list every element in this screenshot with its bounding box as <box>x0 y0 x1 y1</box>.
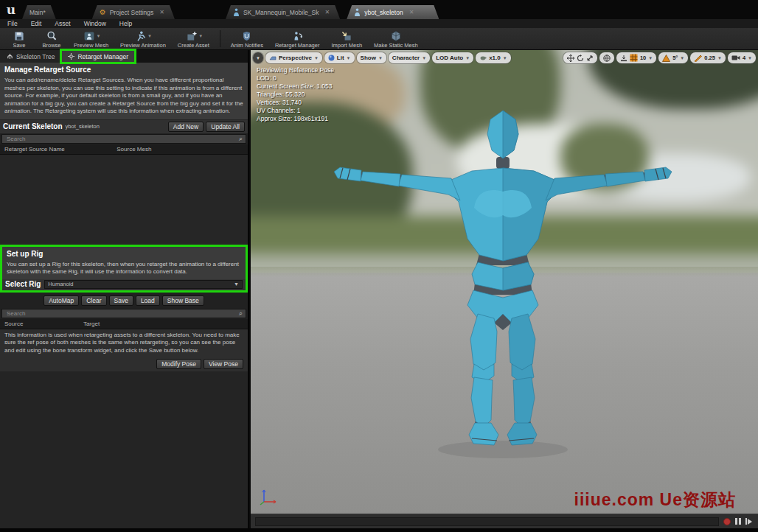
camera-speed-value: 4 <box>743 55 745 61</box>
chevron-down-icon: ▾ <box>200 33 203 39</box>
gear-icon: ⚙ <box>100 9 106 16</box>
lit-mode-button[interactable]: Lit ▼ <box>324 52 355 63</box>
turtle-icon <box>479 55 487 60</box>
save-rig-button[interactable]: Save <box>109 295 133 306</box>
scale-tool-icon[interactable] <box>586 55 594 62</box>
chevron-down-icon: ▼ <box>378 56 383 60</box>
close-icon[interactable]: ✕ <box>324 9 330 15</box>
menu-window[interactable]: Window <box>84 20 106 27</box>
update-all-button[interactable]: Update All <box>206 122 245 132</box>
search-icon: ⌕ <box>239 310 243 317</box>
close-icon[interactable]: ✕ <box>409 9 414 15</box>
axis-gizmo <box>258 483 283 508</box>
tab-label: Skeleton Tree <box>16 53 55 60</box>
modify-pose-button[interactable]: Modify Pose <box>156 359 201 369</box>
rotation-snap-value: 5° <box>672 55 678 61</box>
manage-retarget-source-section: Manage Retarget Source You can add/renam… <box>0 63 248 119</box>
viewport-toolbar: ▼ Perspective ▼ Lit ▼ Show ▼ Character ▼… <box>253 52 756 64</box>
search-input[interactable] <box>5 135 239 143</box>
stat-uv-channels: UV Channels: 1 <box>257 107 334 115</box>
character-shadow <box>438 441 568 458</box>
load-button[interactable]: Load <box>136 295 160 306</box>
section-description: You can add/rename/delete Retarget Sourc… <box>4 77 243 116</box>
grid-snap-group[interactable]: 10 ▼ <box>616 52 656 63</box>
chevron-down-icon: ▼ <box>314 56 319 60</box>
show-menu-button[interactable]: Show ▼ <box>357 52 386 63</box>
unreal-logo-icon: u <box>0 0 22 19</box>
make-static-mesh-button[interactable]: Make Static Mesh <box>368 28 424 49</box>
select-rig-dropdown[interactable]: Humanoid ▼ <box>44 280 243 289</box>
rig-buttons-row: AutoMap Clear Save Load Show Base <box>0 293 248 308</box>
tab-main-level[interactable]: Main* <box>22 5 56 19</box>
preview-mesh-button[interactable]: ▾ Preview Mesh <box>68 28 114 49</box>
skeletal-mesh-icon <box>233 8 240 16</box>
browse-button[interactable]: Browse <box>35 28 68 49</box>
select-rig-value: Humanoid <box>48 281 234 287</box>
current-skeleton-value: ybot_skeleton <box>66 123 168 130</box>
retarget-source-list[interactable] <box>0 155 248 245</box>
playback-controls <box>723 518 758 525</box>
chevron-down-icon: ▼ <box>465 56 470 60</box>
retarget-info-text: This information is used when retargetin… <box>0 329 248 357</box>
menu-edit[interactable]: Edit <box>31 20 42 27</box>
step-forward-button[interactable] <box>745 518 752 525</box>
column-source: Source <box>4 321 83 327</box>
panel-empty-area <box>0 371 248 532</box>
world-local-toggle[interactable] <box>599 52 614 63</box>
character-menu-button[interactable]: Character ▼ <box>389 52 430 63</box>
preview-animation-button[interactable]: ▾ Preview Animation <box>114 28 172 49</box>
tab-sk-mannequin[interactable]: SK_Mannequin_Mobile_Sk ✕ <box>226 5 340 19</box>
translate-tool-icon[interactable] <box>567 55 574 62</box>
pause-button[interactable] <box>735 518 741 525</box>
automap-button[interactable]: AutoMap <box>44 295 79 306</box>
search-input[interactable] <box>5 309 239 318</box>
chevron-down-icon: ▼ <box>234 281 239 287</box>
show-base-button[interactable]: Show Base <box>162 295 204 306</box>
stat-previewing: Previewing Reference Pose <box>257 66 334 74</box>
tab-ybot-skeleton[interactable]: ybot_skeleton ✕ <box>347 5 439 19</box>
retarget-manager-button[interactable]: Retarget Manager <box>269 28 325 49</box>
timeline-scrubber[interactable] <box>255 517 719 526</box>
perspective-button[interactable]: Perspective ▼ <box>265 52 322 63</box>
rotate-tool-icon[interactable] <box>577 55 584 62</box>
tab-skeleton-tree[interactable]: Skeleton Tree <box>0 50 61 63</box>
skeleton-icon <box>354 8 361 16</box>
select-rig-label: Select Rig <box>5 280 41 288</box>
viewport-options-dropdown[interactable]: ▼ <box>253 52 263 63</box>
scale-snap-group[interactable]: 0.25 ▼ <box>690 52 726 63</box>
bone-mapping-search[interactable]: ⌕ <box>1 309 246 318</box>
view-pose-button[interactable]: View Pose <box>204 359 243 369</box>
preview-mesh-icon <box>83 30 96 42</box>
chevron-down-icon: ▼ <box>422 56 426 60</box>
menu-file[interactable]: File <box>7 20 18 27</box>
unreal-editor-window: u Main* ⚙ Project Settings ✕ SK_Mannequi… <box>0 0 758 532</box>
retarget-source-search[interactable]: ⌕ <box>1 134 246 144</box>
column-retarget-source-name: Retarget Source Name <box>4 146 117 153</box>
rotation-snap-group[interactable]: 5° ▼ <box>658 52 688 63</box>
select-rig-row: Select Rig Humanoid ▼ <box>2 279 246 290</box>
camera-speed-group[interactable]: 4 ▼ <box>728 52 756 63</box>
lod-auto-button[interactable]: LOD Auto ▼ <box>432 52 473 63</box>
transform-tools-group <box>563 52 597 63</box>
menu-asset[interactable]: Asset <box>55 20 70 27</box>
menu-help[interactable]: Help <box>119 20 132 27</box>
add-new-button[interactable]: Add New <box>168 122 204 132</box>
playback-speed-button[interactable]: x1.0 ▼ <box>476 52 511 63</box>
rotation-snap-icon <box>662 55 670 62</box>
retarget-source-table-header: Retarget Source Name Source Mesh <box>0 144 248 155</box>
lit-sphere-icon <box>328 55 335 61</box>
anim-notifies-button[interactable]: Anim Notifies <box>225 28 269 49</box>
set-up-rig-section: Set up Rig You can set up a Rig for this… <box>0 245 248 293</box>
import-mesh-button[interactable]: Import Mesh <box>325 28 368 49</box>
viewport-3d[interactable]: ▼ Perspective ▼ Lit ▼ Show ▼ Character ▼… <box>251 50 758 514</box>
tab-project-settings[interactable]: ⚙ Project Settings ✕ <box>92 5 175 19</box>
record-button[interactable] <box>723 518 731 525</box>
create-asset-button[interactable]: ▾ Create Asset <box>172 28 215 49</box>
close-icon[interactable]: ✕ <box>159 9 164 15</box>
tab-retarget-manager[interactable]: Retarget Manager <box>61 50 135 63</box>
tab-label: Main* <box>29 9 46 16</box>
tab-label: Retarget Manager <box>77 53 128 60</box>
clear-button[interactable]: Clear <box>81 295 106 306</box>
chevron-down-icon: ▼ <box>717 56 722 60</box>
save-button[interactable]: Save <box>3 28 35 49</box>
